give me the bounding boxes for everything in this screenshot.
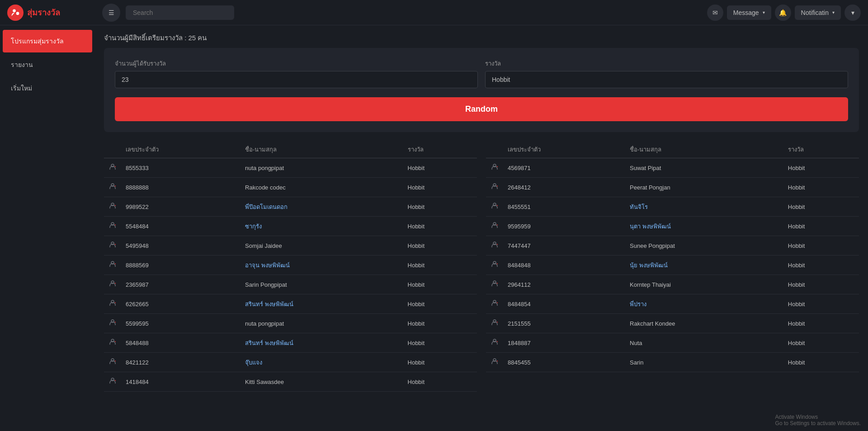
main-content: จำนวนผู้มีสิทธิ์เตรียมรางวัล : 25 คน จำน… — [95, 25, 868, 431]
notification-button[interactable]: Notificatin ▾ — [795, 5, 841, 20]
user-icon — [104, 217, 121, 236]
form-card: จำนวนผู้ได้รับรางวัล รางวัล Random — [104, 48, 859, 132]
id-number: 9989522 — [121, 197, 241, 217]
table-row: 2151555 Rakchart Kondee Hobbit — [486, 314, 859, 333]
user-icon — [486, 314, 503, 333]
full-name: Kitti Sawasdee — [241, 372, 403, 392]
full-name: Sunee Pongpipat — [625, 236, 783, 256]
sidebar-item-new-label: เริ่มใหม่ — [11, 85, 32, 92]
user-icon — [486, 217, 503, 236]
prize: Hobbit — [783, 353, 859, 372]
table-right-header-prize: รางวัล — [783, 141, 859, 158]
table-left: เลขประจำตัว ชื่อ-นามสกุล รางวัล 8555333 … — [104, 141, 477, 392]
user-icon — [104, 256, 121, 275]
user-icon — [104, 178, 121, 197]
id-number: 8845455 — [503, 353, 625, 372]
id-number: 2365987 — [121, 275, 241, 294]
message-chevron: ▾ — [763, 10, 765, 15]
prize: Hobbit — [403, 314, 477, 333]
prize: Hobbit — [783, 314, 859, 333]
svg-line-28 — [497, 166, 498, 167]
page-subtitle: จำนวนผู้มีสิทธิ์เตรียมรางวัล : 25 คน — [104, 25, 859, 48]
table-row: 5495948 Somjai Jaidee Hobbit — [104, 236, 477, 256]
full-name: Sarin — [625, 353, 783, 372]
logo-icon — [7, 5, 24, 21]
id-number: 5848488 — [121, 333, 241, 353]
svg-line-16 — [115, 283, 116, 284]
main-layout: โปรแกรมสุ่มรางวัล รายงาน เริ่มใหม่ จำนวน… — [0, 25, 868, 431]
table-row: 6262665 สรินทร์ พงษพิพัฒน์ Hobbit — [104, 294, 477, 314]
prize: Hobbit — [783, 294, 859, 314]
user-icon — [104, 158, 121, 178]
table-left-header-icon — [104, 141, 121, 158]
prize: Hobbit — [403, 353, 477, 372]
message-button[interactable]: Message ▾ — [727, 5, 771, 20]
extra-chevron-icon: ▾ — [851, 9, 854, 16]
table-right-header-icon — [486, 141, 503, 158]
sidebar-item-report[interactable]: รายงาน — [3, 53, 92, 76]
prize: Hobbit — [403, 372, 477, 392]
svg-line-22 — [115, 341, 116, 342]
full-name: สรินทร์ พงษพิพัฒน์ — [241, 333, 403, 353]
hamburger-button[interactable]: ☰ — [102, 4, 120, 22]
full-name: ทันจิโร — [625, 197, 783, 217]
user-icon — [104, 197, 121, 217]
count-input[interactable] — [115, 71, 478, 88]
id-number: 6262665 — [121, 294, 241, 314]
logo: สุ่มรางวัล — [7, 5, 102, 21]
table-row: 7447447 Sunee Pongpipat Hobbit — [486, 236, 859, 256]
topnav-right: ✉ Message ▾ 🔔 Notificatin ▾ ▾ — [707, 5, 861, 21]
id-number: 2151555 — [503, 314, 625, 333]
full-name: nuta pongpipat — [241, 314, 403, 333]
full-name: Rakcode codec — [241, 178, 403, 197]
table-row: 8484854 พี่ปราง Hobbit — [486, 294, 859, 314]
full-name: พี่ป๊อดโมเดนดอก — [241, 197, 403, 217]
full-name: สรินทร์ พงษพิพัฒน์ — [241, 294, 403, 314]
svg-line-26 — [115, 380, 116, 381]
svg-line-6 — [115, 186, 116, 187]
svg-line-34 — [497, 225, 498, 226]
sidebar-item-program-label: โปรแกรมสุ่มรางวัล — [11, 38, 64, 45]
id-number: 8888569 — [121, 256, 241, 275]
full-name: พี่ปราง — [625, 294, 783, 314]
svg-line-46 — [497, 341, 498, 342]
user-icon — [104, 294, 121, 314]
user-icon — [486, 353, 503, 372]
message-label: Message — [733, 9, 759, 16]
user-icon — [104, 353, 121, 372]
user-icon — [486, 178, 503, 197]
random-button[interactable]: Random — [115, 97, 848, 121]
svg-point-1 — [16, 12, 19, 15]
user-icon — [486, 197, 503, 217]
full-name: Sarin Pongpipat — [241, 275, 403, 294]
sidebar-item-program[interactable]: โปรแกรมสุ่มรางวัล — [3, 30, 92, 52]
prize-label: รางวัล — [485, 59, 848, 68]
full-name: นุ้ย พงษพิพัฒน์ — [625, 256, 783, 275]
prize: Hobbit — [783, 178, 859, 197]
id-number: 8484854 — [503, 294, 625, 314]
extra-chevron-button[interactable]: ▾ — [844, 5, 861, 21]
notification-icon-circle[interactable]: 🔔 — [775, 5, 791, 21]
id-number: 1418484 — [121, 372, 241, 392]
user-icon — [486, 275, 503, 294]
message-icon-circle[interactable]: ✉ — [707, 5, 723, 21]
notification-chevron: ▾ — [832, 10, 835, 15]
prize-input[interactable] — [485, 71, 848, 88]
table-row: 5599595 nuta pongpipat Hobbit — [104, 314, 477, 333]
search-input[interactable] — [126, 5, 234, 20]
prize-group: รางวัล — [485, 59, 848, 88]
svg-line-18 — [115, 303, 116, 303]
svg-line-4 — [115, 166, 116, 167]
message-icon: ✉ — [712, 9, 718, 16]
table-left-header-prize: รางวัล — [403, 141, 477, 158]
sidebar-item-new[interactable]: เริ่มใหม่ — [3, 77, 92, 99]
tables-wrapper: เลขประจำตัว ชื่อ-นามสกุล รางวัล 8555333 … — [104, 141, 859, 392]
id-number: 9595959 — [503, 217, 625, 236]
user-icon — [104, 314, 121, 333]
table-row: 9989522 พี่ป๊อดโมเดนดอก Hobbit — [104, 197, 477, 217]
prize: Hobbit — [403, 256, 477, 275]
prize: Hobbit — [783, 256, 859, 275]
id-number: 5495948 — [121, 236, 241, 256]
user-icon — [486, 236, 503, 256]
full-name: Rakchart Kondee — [625, 314, 783, 333]
